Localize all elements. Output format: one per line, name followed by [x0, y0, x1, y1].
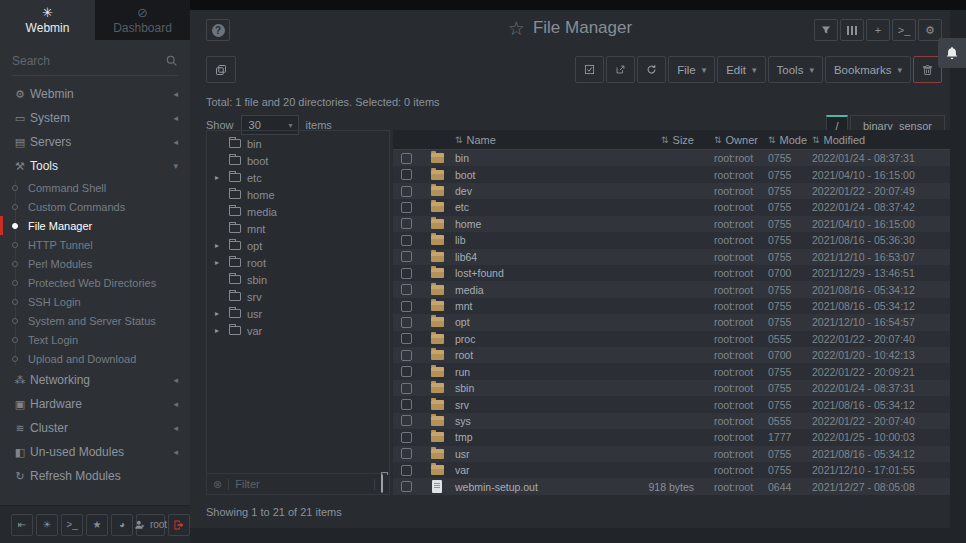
row-checkbox[interactable] — [401, 432, 412, 443]
table-row-media[interactable]: media root:root 0755 2021/08/16 - 05:34:… — [393, 281, 950, 297]
file-name-link[interactable]: usr — [455, 448, 470, 460]
filter-button[interactable] — [814, 19, 838, 41]
sidebar-item-file-manager[interactable]: File Manager — [0, 216, 190, 235]
columns-button[interactable] — [840, 19, 864, 41]
row-checkbox[interactable] — [401, 284, 412, 295]
export-button[interactable] — [606, 56, 635, 83]
sidebar-item-upload-and-download[interactable]: Upload and Download — [0, 349, 190, 368]
tree-item-var[interactable]: ▸ var — [207, 322, 389, 339]
file-name-link[interactable]: dev — [455, 185, 472, 197]
row-checkbox[interactable] — [401, 415, 412, 426]
table-row-etc[interactable]: etc root:root 0755 2022/01/24 - 08:37:42 — [393, 199, 950, 215]
stats-button[interactable]: ◕ — [111, 514, 133, 536]
file-name-link[interactable]: lib64 — [455, 251, 477, 263]
sidebar-section-servers[interactable]: ▤ Servers ◂ — [0, 130, 190, 154]
row-checkbox[interactable] — [401, 399, 412, 410]
file-name-link[interactable]: sbin — [455, 382, 474, 394]
table-row-run[interactable]: run root:root 0755 2022/01/22 - 20:09:21 — [393, 363, 950, 379]
terminal-button[interactable]: >_ — [892, 19, 916, 41]
row-checkbox[interactable] — [401, 235, 412, 246]
sidebar-section-cluster[interactable]: ≋ Cluster ◂ — [0, 416, 190, 440]
user-button[interactable]: root — [136, 514, 165, 536]
sidebar-item-custom-commands[interactable]: Custom Commands — [0, 197, 190, 216]
table-row-tmp[interactable]: tmp root:root 1777 2022/01/25 - 10:00:03 — [393, 429, 950, 445]
tree-item-root[interactable]: ▸ root — [207, 254, 389, 271]
table-row-boot[interactable]: boot root:root 0755 2021/04/10 - 16:15:0… — [393, 166, 950, 182]
tree-item-srv[interactable]: srv — [207, 288, 389, 305]
sidebar-section-webmin[interactable]: ⚙ Webmin ◂ — [0, 82, 190, 106]
row-checkbox[interactable] — [401, 465, 412, 476]
sidebar-item-text-login[interactable]: Text Login — [0, 330, 190, 349]
tab-dashboard[interactable]: ⊘ Dashboard — [95, 0, 190, 40]
search-input[interactable] — [12, 46, 178, 75]
table-row-sbin[interactable]: sbin root:root 0755 2022/01/24 - 08:37:3… — [393, 380, 950, 396]
column-header-name[interactable]: ⇅Name — [455, 134, 644, 146]
file-name-link[interactable]: run — [455, 366, 470, 378]
file-name-link[interactable]: proc — [455, 333, 475, 345]
refresh-button[interactable] — [637, 56, 666, 83]
file-name-link[interactable]: tmp — [455, 431, 473, 443]
file-name-link[interactable]: boot — [455, 169, 475, 181]
file-name-link[interactable]: lib — [455, 234, 466, 246]
clear-filter-icon[interactable]: ⊗ — [213, 478, 222, 491]
column-header-modified[interactable]: ⇅Modified — [804, 134, 950, 146]
table-row-srv[interactable]: srv root:root 0755 2021/08/16 - 05:34:12 — [393, 396, 950, 412]
logout-button[interactable] — [168, 514, 190, 536]
file-name-link[interactable]: root — [455, 349, 473, 361]
table-row-webmin-setup.out[interactable]: webmin-setup.out 918 bytes root:root 064… — [393, 478, 950, 494]
table-row-home[interactable]: home root:root 0755 2021/04/10 - 16:15:0… — [393, 216, 950, 232]
tree-item-home[interactable]: home — [207, 186, 389, 203]
tree-item-mnt[interactable]: mnt — [207, 220, 389, 237]
sidebar-section-system[interactable]: ▭ System ◂ — [0, 106, 190, 130]
sidebar-section-refresh-modules[interactable]: ↻ Refresh Modules — [0, 464, 190, 488]
favorites-button[interactable]: ★ — [86, 514, 108, 536]
row-checkbox[interactable] — [401, 169, 412, 180]
row-checkbox[interactable] — [401, 350, 412, 361]
row-checkbox[interactable] — [401, 383, 412, 394]
table-row-usr[interactable]: usr root:root 0755 2021/08/16 - 05:34:12 — [393, 446, 950, 462]
tools-menu[interactable]: Tools ▾ — [768, 56, 823, 83]
row-checkbox[interactable] — [401, 448, 412, 459]
file-name-link[interactable]: opt — [455, 316, 470, 328]
file-name-link[interactable]: lost+found — [455, 267, 504, 279]
favorite-star-icon[interactable]: ☆ — [508, 19, 525, 38]
row-checkbox[interactable] — [401, 251, 412, 262]
collapse-sidebar-button[interactable]: ⇤ — [11, 514, 33, 536]
edit-menu[interactable]: Edit ▾ — [717, 56, 765, 83]
table-row-lib64[interactable]: lib64 root:root 0755 2021/12/10 - 16:53:… — [393, 249, 950, 265]
tree-item-boot[interactable]: boot — [207, 152, 389, 169]
tree-item-media[interactable]: media — [207, 203, 389, 220]
tree-item-etc[interactable]: ▸ etc — [207, 169, 389, 186]
file-name-link[interactable]: srv — [455, 399, 469, 411]
tree-item-sbin[interactable]: sbin — [207, 271, 389, 288]
row-checkbox[interactable] — [401, 317, 412, 328]
table-row-sys[interactable]: sys root:root 0555 2022/01/22 - 20:07:40 — [393, 413, 950, 429]
file-name-link[interactable]: sys — [455, 415, 471, 427]
row-checkbox[interactable] — [401, 481, 412, 492]
row-checkbox[interactable] — [401, 268, 412, 279]
file-name-link[interactable]: home — [455, 218, 481, 230]
theme-button[interactable]: ☀ — [36, 514, 58, 536]
select-all-button[interactable] — [575, 56, 604, 83]
file-name-link[interactable]: mnt — [455, 300, 473, 312]
table-row-bin[interactable]: bin root:root 0755 2022/01/24 - 08:37:31 — [393, 150, 950, 166]
file-name-link[interactable]: bin — [455, 152, 469, 164]
sidebar-item-protected-web-directories[interactable]: Protected Web Directories — [0, 273, 190, 292]
folder-toggle-icon[interactable] — [381, 475, 383, 493]
row-checkbox[interactable] — [401, 202, 412, 213]
sidebar-section-networking[interactable]: ⁂ Networking ◂ — [0, 368, 190, 392]
tree-item-opt[interactable]: ▸ opt — [207, 237, 389, 254]
table-row-mnt[interactable]: mnt root:root 0755 2021/08/16 - 05:34:12 — [393, 298, 950, 314]
column-header-size[interactable]: ⇅Size — [644, 134, 700, 146]
sidebar-item-system-and-server-status[interactable]: System and Server Status — [0, 311, 190, 330]
table-row-var[interactable]: var root:root 0755 2021/12/10 - 17:01:55 — [393, 462, 950, 478]
tree-filter-input[interactable] — [235, 478, 368, 490]
table-row-dev[interactable]: dev root:root 0755 2022/01/22 - 20:07:49 — [393, 183, 950, 199]
row-checkbox[interactable] — [401, 366, 412, 377]
tree-item-bin[interactable]: bin — [207, 135, 389, 152]
sidebar-section-hardware[interactable]: ▣ Hardware ◂ — [0, 392, 190, 416]
file-menu[interactable]: File ▾ — [668, 56, 715, 83]
table-row-lib[interactable]: lib root:root 0755 2021/08/16 - 05:36:30 — [393, 232, 950, 248]
notifications-tab[interactable] — [938, 38, 966, 68]
table-row-lost+found[interactable]: lost+found root:root 0700 2021/12/29 - 1… — [393, 265, 950, 281]
